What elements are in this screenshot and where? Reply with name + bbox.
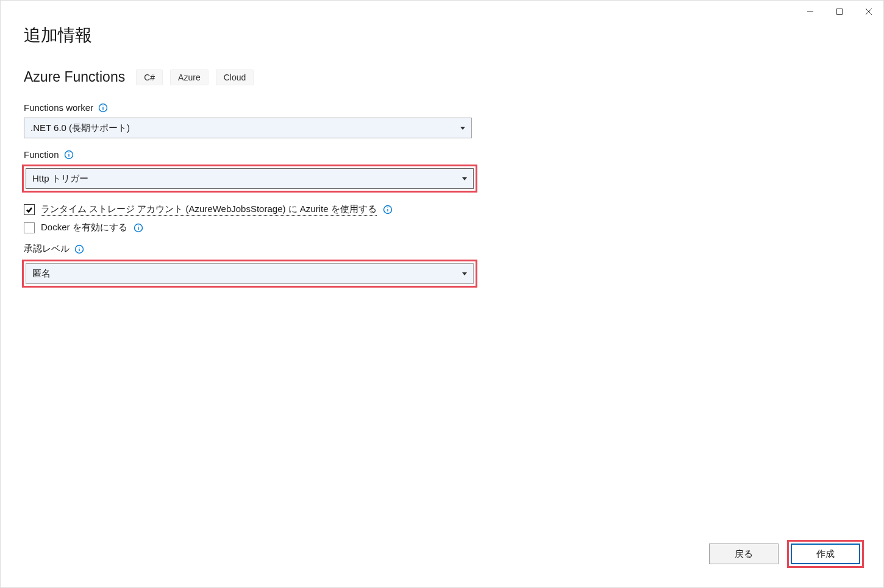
subtitle: Azure Functions — [24, 69, 125, 85]
function-value: Http トリガー — [32, 173, 88, 185]
close-button[interactable] — [854, 1, 883, 23]
info-icon[interactable] — [64, 150, 74, 160]
function-select[interactable]: Http トリガー — [26, 168, 474, 189]
minimize-button[interactable] — [796, 1, 825, 23]
svg-rect-1 — [837, 9, 843, 15]
create-button-highlight: 作成 — [787, 540, 864, 568]
svg-point-9 — [68, 152, 69, 153]
chevron-down-icon — [462, 177, 467, 180]
tag-azure[interactable]: Azure — [170, 69, 209, 85]
svg-point-15 — [138, 225, 138, 226]
maximize-button[interactable] — [825, 1, 854, 23]
info-icon[interactable] — [134, 223, 143, 233]
function-select-highlight: Http トリガー — [22, 165, 477, 193]
auth-level-select[interactable]: 匿名 — [26, 263, 474, 284]
chevron-down-icon — [460, 127, 465, 130]
back-button[interactable]: 戻る — [709, 544, 779, 564]
docker-checkbox-label[interactable]: Docker を有効にする — [41, 222, 127, 233]
svg-point-6 — [103, 105, 104, 106]
info-icon[interactable] — [74, 244, 84, 254]
auth-level-select-highlight: 匿名 — [22, 260, 477, 288]
page-title: 追加情報 — [24, 24, 860, 47]
functions-worker-select[interactable]: .NET 6.0 (長期サポート) — [24, 118, 472, 138]
functions-worker-value: .NET 6.0 (長期サポート) — [30, 122, 130, 134]
azurite-checkbox-label[interactable]: ランタイム ストレージ アカウント (AzureWebJobsStorage) … — [41, 204, 377, 216]
info-icon[interactable] — [383, 205, 393, 214]
chevron-down-icon — [462, 272, 467, 275]
info-icon[interactable] — [98, 103, 108, 113]
tag-csharp[interactable]: C# — [136, 69, 163, 85]
auth-level-label: 承認レベル — [24, 243, 70, 255]
auth-level-value: 匿名 — [32, 268, 51, 280]
create-button[interactable]: 作成 — [791, 544, 860, 564]
tag-cloud[interactable]: Cloud — [216, 69, 254, 85]
function-label: Function — [24, 149, 59, 160]
azurite-checkbox[interactable] — [24, 204, 35, 215]
svg-point-12 — [387, 207, 388, 208]
svg-point-18 — [79, 247, 79, 247]
docker-checkbox[interactable] — [24, 222, 35, 233]
functions-worker-label: Functions worker — [24, 102, 93, 113]
